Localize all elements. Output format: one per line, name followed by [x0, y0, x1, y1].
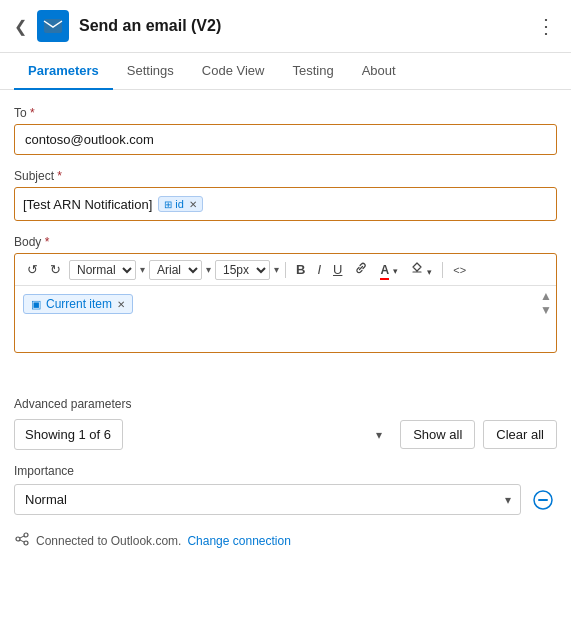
- body-field-group: Body ↺ ↻ Normal ▾ Arial ▾ 15px ▾ B: [14, 235, 557, 353]
- advanced-row: Showing 1 of 6 Show all Clear all: [14, 419, 557, 450]
- tab-parameters[interactable]: Parameters: [14, 53, 113, 90]
- subject-field-group: Subject [Test ARN Notification] ⊞ id ✕: [14, 169, 557, 221]
- clear-all-button[interactable]: Clear all: [483, 420, 557, 449]
- importance-select[interactable]: Normal High Low: [14, 484, 521, 515]
- bold-button[interactable]: B: [292, 260, 309, 279]
- current-item-label: Current item: [46, 297, 112, 311]
- body-editor: ↺ ↻ Normal ▾ Arial ▾ 15px ▾ B I U: [14, 253, 557, 353]
- advanced-select-wrapper: Showing 1 of 6: [14, 419, 392, 450]
- advanced-parameters-section: Advanced parameters Showing 1 of 6 Show …: [0, 383, 571, 450]
- importance-remove-button[interactable]: [529, 486, 557, 514]
- header-left: ❮ Send an email (V2): [14, 10, 221, 42]
- toolbar-dropdown-size-icon: ▾: [274, 264, 279, 275]
- header-title: Send an email (V2): [79, 17, 221, 35]
- font-color-chevron: ▾: [393, 266, 398, 276]
- to-input[interactable]: [14, 124, 557, 155]
- to-field-group: To: [14, 106, 557, 155]
- svg-line-7: [20, 536, 24, 538]
- importance-select-wrapper: Normal High Low: [14, 484, 521, 515]
- editor-body[interactable]: ▣ Current item ✕ ▲ ▼: [15, 286, 556, 346]
- toolbar-divider-2: [442, 262, 443, 278]
- font-color-a: A: [380, 263, 389, 280]
- svg-point-6: [24, 541, 28, 545]
- current-item-tag[interactable]: ▣ Current item ✕: [23, 294, 133, 314]
- form-content: To Subject [Test ARN Notification] ⊞ id …: [0, 90, 571, 383]
- app-icon: [37, 10, 69, 42]
- format-select[interactable]: Normal: [69, 260, 136, 280]
- connection-icon: [14, 531, 30, 550]
- scroll-up-icon[interactable]: ▲: [540, 290, 552, 302]
- code-button[interactable]: <>: [449, 262, 470, 278]
- tabs: Parameters Settings Code View Testing Ab…: [0, 53, 571, 90]
- subject-prefix-text: [Test ARN Notification]: [23, 197, 152, 212]
- svg-point-5: [24, 533, 28, 537]
- subject-label: Subject: [14, 169, 557, 183]
- font-color-button[interactable]: A ▾: [376, 260, 401, 279]
- italic-button[interactable]: I: [313, 260, 325, 279]
- toolbar-divider-1: [285, 262, 286, 278]
- subject-tag[interactable]: ⊞ id ✕: [158, 196, 203, 212]
- redo-button[interactable]: ↻: [46, 260, 65, 279]
- underline-button[interactable]: U: [329, 260, 346, 279]
- footer: Connected to Outlook.com. Change connect…: [0, 515, 571, 566]
- svg-rect-1: [44, 19, 62, 33]
- to-label: To: [14, 106, 557, 120]
- change-connection-link[interactable]: Change connection: [187, 534, 290, 548]
- size-select[interactable]: 15px: [215, 260, 270, 280]
- importance-label: Importance: [14, 464, 557, 478]
- more-options-icon[interactable]: ⋮: [536, 14, 557, 38]
- current-item-close-icon[interactable]: ✕: [117, 299, 125, 310]
- importance-section: Importance Normal High Low: [0, 450, 571, 515]
- tag-label: id: [175, 198, 184, 210]
- font-select[interactable]: Arial: [149, 260, 202, 280]
- toolbar-dropdown-font-icon: ▾: [206, 264, 211, 275]
- scroll-down-icon[interactable]: ▼: [540, 304, 552, 316]
- show-all-button[interactable]: Show all: [400, 420, 475, 449]
- tab-code-view[interactable]: Code View: [188, 53, 279, 90]
- body-label: Body: [14, 235, 557, 249]
- tab-testing[interactable]: Testing: [278, 53, 347, 90]
- highlight-button[interactable]: ▾: [406, 259, 437, 280]
- tab-settings[interactable]: Settings: [113, 53, 188, 90]
- subject-field[interactable]: [Test ARN Notification] ⊞ id ✕: [14, 187, 557, 221]
- footer-connection-text: Connected to Outlook.com.: [36, 534, 181, 548]
- header: ❮ Send an email (V2) ⋮: [0, 0, 571, 53]
- svg-point-4: [16, 537, 20, 541]
- advanced-label: Advanced parameters: [14, 397, 557, 411]
- link-button[interactable]: [350, 259, 372, 280]
- body-toolbar: ↺ ↻ Normal ▾ Arial ▾ 15px ▾ B I U: [15, 254, 556, 286]
- tab-about[interactable]: About: [348, 53, 410, 90]
- editor-scroll: ▲ ▼: [540, 290, 552, 316]
- tag-icon: ⊞: [164, 199, 172, 210]
- advanced-select[interactable]: Showing 1 of 6: [14, 419, 123, 450]
- svg-line-8: [20, 540, 24, 542]
- undo-button[interactable]: ↺: [23, 260, 42, 279]
- current-item-icon: ▣: [31, 298, 41, 311]
- tag-close-icon[interactable]: ✕: [189, 199, 197, 210]
- back-icon[interactable]: ❮: [14, 17, 27, 36]
- importance-row: Normal High Low: [14, 484, 557, 515]
- toolbar-dropdown-normal-icon: ▾: [140, 264, 145, 275]
